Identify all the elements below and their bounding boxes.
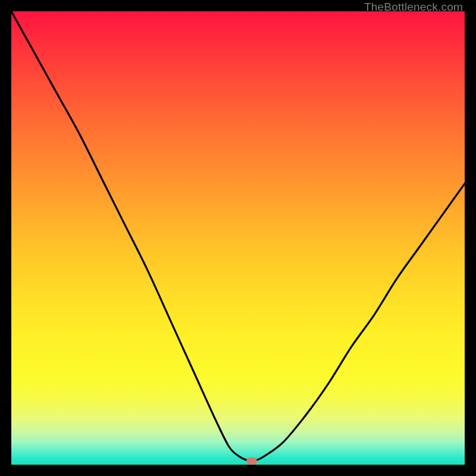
plot-area [11,11,465,465]
chart-frame: TheBottleneck.com [0,0,476,476]
optimal-point-marker [246,458,257,465]
bottleneck-curve [11,11,465,465]
attribution-label: TheBottleneck.com [364,1,463,14]
